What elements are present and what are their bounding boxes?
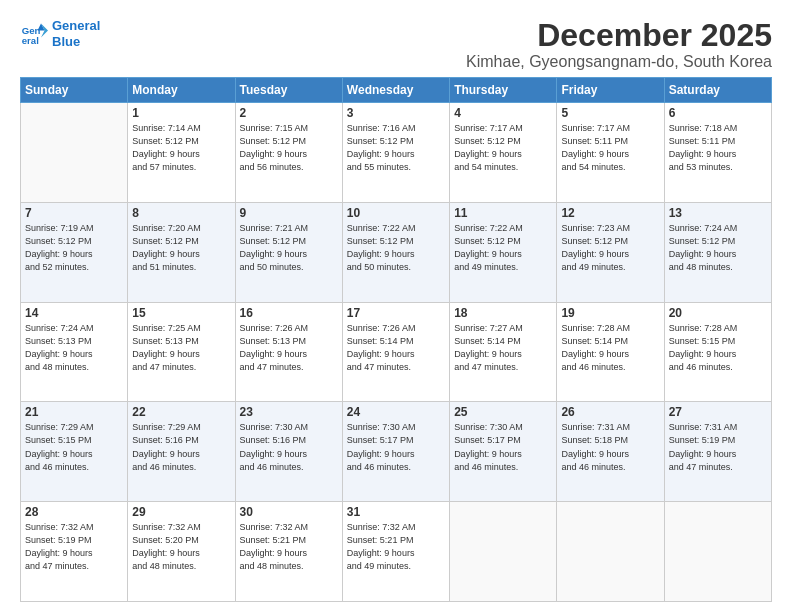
day-info: Sunrise: 7:32 AMSunset: 5:19 PMDaylight:… [25,521,123,573]
day-number: 31 [347,505,445,519]
day-number: 30 [240,505,338,519]
calendar-week-row: 21Sunrise: 7:29 AMSunset: 5:15 PMDayligh… [21,402,772,502]
calendar-week-row: 7Sunrise: 7:19 AMSunset: 5:12 PMDaylight… [21,202,772,302]
table-row: 6Sunrise: 7:18 AMSunset: 5:11 PMDaylight… [664,103,771,203]
table-row: 5Sunrise: 7:17 AMSunset: 5:11 PMDaylight… [557,103,664,203]
day-number: 21 [25,405,123,419]
table-row: 13Sunrise: 7:24 AMSunset: 5:12 PMDayligh… [664,202,771,302]
page-title: December 2025 [466,18,772,53]
table-row: 26Sunrise: 7:31 AMSunset: 5:18 PMDayligh… [557,402,664,502]
table-row: 21Sunrise: 7:29 AMSunset: 5:15 PMDayligh… [21,402,128,502]
day-info: Sunrise: 7:23 AMSunset: 5:12 PMDaylight:… [561,222,659,274]
day-info: Sunrise: 7:26 AMSunset: 5:14 PMDaylight:… [347,322,445,374]
day-number: 14 [25,306,123,320]
day-info: Sunrise: 7:24 AMSunset: 5:12 PMDaylight:… [669,222,767,274]
col-sunday: Sunday [21,78,128,103]
day-info: Sunrise: 7:24 AMSunset: 5:13 PMDaylight:… [25,322,123,374]
table-row: 30Sunrise: 7:32 AMSunset: 5:21 PMDayligh… [235,502,342,602]
day-info: Sunrise: 7:15 AMSunset: 5:12 PMDaylight:… [240,122,338,174]
day-number: 2 [240,106,338,120]
table-row: 31Sunrise: 7:32 AMSunset: 5:21 PMDayligh… [342,502,449,602]
table-row: 22Sunrise: 7:29 AMSunset: 5:16 PMDayligh… [128,402,235,502]
table-row: 7Sunrise: 7:19 AMSunset: 5:12 PMDaylight… [21,202,128,302]
table-row: 25Sunrise: 7:30 AMSunset: 5:17 PMDayligh… [450,402,557,502]
day-number: 16 [240,306,338,320]
table-row: 4Sunrise: 7:17 AMSunset: 5:12 PMDaylight… [450,103,557,203]
title-block: December 2025 Kimhae, Gyeongsangnam-do, … [466,18,772,71]
day-info: Sunrise: 7:14 AMSunset: 5:12 PMDaylight:… [132,122,230,174]
day-number: 27 [669,405,767,419]
calendar-table: Sunday Monday Tuesday Wednesday Thursday… [20,77,772,602]
table-row: 20Sunrise: 7:28 AMSunset: 5:15 PMDayligh… [664,302,771,402]
day-number: 13 [669,206,767,220]
table-row: 9Sunrise: 7:21 AMSunset: 5:12 PMDaylight… [235,202,342,302]
table-row: 19Sunrise: 7:28 AMSunset: 5:14 PMDayligh… [557,302,664,402]
day-number: 10 [347,206,445,220]
table-row: 17Sunrise: 7:26 AMSunset: 5:14 PMDayligh… [342,302,449,402]
day-info: Sunrise: 7:28 AMSunset: 5:14 PMDaylight:… [561,322,659,374]
col-thursday: Thursday [450,78,557,103]
day-number: 25 [454,405,552,419]
calendar-header-row: Sunday Monday Tuesday Wednesday Thursday… [21,78,772,103]
day-info: Sunrise: 7:30 AMSunset: 5:16 PMDaylight:… [240,421,338,473]
day-number: 17 [347,306,445,320]
day-info: Sunrise: 7:22 AMSunset: 5:12 PMDaylight:… [347,222,445,274]
day-info: Sunrise: 7:28 AMSunset: 5:15 PMDaylight:… [669,322,767,374]
day-number: 6 [669,106,767,120]
table-row: 24Sunrise: 7:30 AMSunset: 5:17 PMDayligh… [342,402,449,502]
day-number: 19 [561,306,659,320]
col-saturday: Saturday [664,78,771,103]
table-row: 23Sunrise: 7:30 AMSunset: 5:16 PMDayligh… [235,402,342,502]
day-number: 11 [454,206,552,220]
table-row [557,502,664,602]
table-row: 12Sunrise: 7:23 AMSunset: 5:12 PMDayligh… [557,202,664,302]
logo-text: General Blue [52,18,100,49]
table-row: 29Sunrise: 7:32 AMSunset: 5:20 PMDayligh… [128,502,235,602]
table-row [664,502,771,602]
day-info: Sunrise: 7:31 AMSunset: 5:19 PMDaylight:… [669,421,767,473]
table-row: 18Sunrise: 7:27 AMSunset: 5:14 PMDayligh… [450,302,557,402]
table-row: 11Sunrise: 7:22 AMSunset: 5:12 PMDayligh… [450,202,557,302]
table-row: 14Sunrise: 7:24 AMSunset: 5:13 PMDayligh… [21,302,128,402]
day-info: Sunrise: 7:17 AMSunset: 5:11 PMDaylight:… [561,122,659,174]
day-info: Sunrise: 7:22 AMSunset: 5:12 PMDaylight:… [454,222,552,274]
day-info: Sunrise: 7:27 AMSunset: 5:14 PMDaylight:… [454,322,552,374]
page-subtitle: Kimhae, Gyeongsangnam-do, South Korea [466,53,772,71]
table-row: 2Sunrise: 7:15 AMSunset: 5:12 PMDaylight… [235,103,342,203]
day-info: Sunrise: 7:29 AMSunset: 5:15 PMDaylight:… [25,421,123,473]
day-number: 8 [132,206,230,220]
day-info: Sunrise: 7:29 AMSunset: 5:16 PMDaylight:… [132,421,230,473]
day-info: Sunrise: 7:25 AMSunset: 5:13 PMDaylight:… [132,322,230,374]
day-info: Sunrise: 7:31 AMSunset: 5:18 PMDaylight:… [561,421,659,473]
table-row [450,502,557,602]
table-row: 3Sunrise: 7:16 AMSunset: 5:12 PMDaylight… [342,103,449,203]
col-friday: Friday [557,78,664,103]
table-row: 27Sunrise: 7:31 AMSunset: 5:19 PMDayligh… [664,402,771,502]
col-monday: Monday [128,78,235,103]
day-number: 12 [561,206,659,220]
day-info: Sunrise: 7:30 AMSunset: 5:17 PMDaylight:… [347,421,445,473]
day-number: 29 [132,505,230,519]
table-row: 8Sunrise: 7:20 AMSunset: 5:12 PMDaylight… [128,202,235,302]
day-number: 24 [347,405,445,419]
day-number: 20 [669,306,767,320]
day-info: Sunrise: 7:17 AMSunset: 5:12 PMDaylight:… [454,122,552,174]
day-info: Sunrise: 7:18 AMSunset: 5:11 PMDaylight:… [669,122,767,174]
table-row: 28Sunrise: 7:32 AMSunset: 5:19 PMDayligh… [21,502,128,602]
day-number: 28 [25,505,123,519]
day-info: Sunrise: 7:16 AMSunset: 5:12 PMDaylight:… [347,122,445,174]
day-info: Sunrise: 7:32 AMSunset: 5:20 PMDaylight:… [132,521,230,573]
calendar-week-row: 1Sunrise: 7:14 AMSunset: 5:12 PMDaylight… [21,103,772,203]
day-number: 3 [347,106,445,120]
day-number: 7 [25,206,123,220]
day-number: 18 [454,306,552,320]
col-wednesday: Wednesday [342,78,449,103]
day-number: 5 [561,106,659,120]
table-row: 16Sunrise: 7:26 AMSunset: 5:13 PMDayligh… [235,302,342,402]
day-info: Sunrise: 7:19 AMSunset: 5:12 PMDaylight:… [25,222,123,274]
day-info: Sunrise: 7:30 AMSunset: 5:17 PMDaylight:… [454,421,552,473]
day-number: 15 [132,306,230,320]
table-row [21,103,128,203]
day-number: 26 [561,405,659,419]
day-number: 4 [454,106,552,120]
